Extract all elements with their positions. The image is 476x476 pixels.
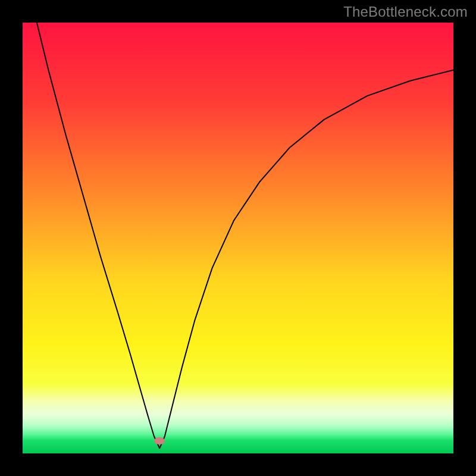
chart-frame: TheBottleneck.com (0, 0, 476, 476)
watermark: TheBottleneck.com (343, 4, 468, 20)
plot-area (23, 23, 453, 453)
bottleneck-curve (23, 23, 453, 453)
optimum-marker (154, 437, 165, 444)
